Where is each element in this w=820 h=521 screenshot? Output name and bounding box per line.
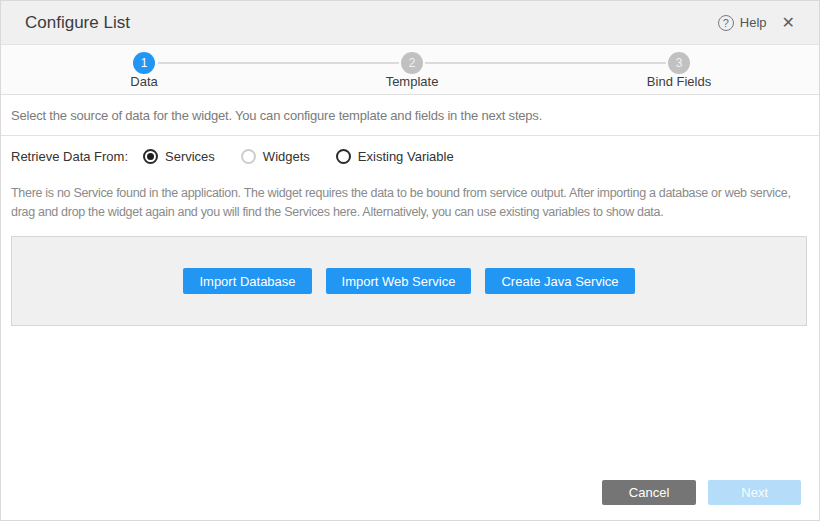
no-service-message: There is no Service found in the applica… bbox=[1, 176, 819, 222]
dialog-footer: Cancel Next bbox=[602, 480, 801, 505]
step-1-circle[interactable]: 1 bbox=[133, 52, 155, 74]
step-2-circle[interactable]: 2 bbox=[401, 52, 423, 74]
retrieve-data-group: Retrieve Data From: Services Widgets Exi… bbox=[1, 136, 819, 176]
help-label[interactable]: Help bbox=[740, 15, 767, 30]
help-button[interactable]: ? Help bbox=[718, 15, 767, 31]
import-web-service-button[interactable]: Import Web Service bbox=[326, 268, 472, 294]
retrieve-data-label: Retrieve Data From: bbox=[11, 149, 143, 164]
configure-list-dialog: Configure List ? Help ✕ 1 Data 2 Templat… bbox=[0, 0, 820, 521]
intro-text: Select the source of data for the widget… bbox=[1, 95, 819, 136]
close-icon[interactable]: ✕ bbox=[780, 13, 797, 32]
step-connector-1 bbox=[158, 62, 399, 64]
dialog-title: Configure List bbox=[25, 13, 130, 33]
wizard-steps: 1 Data 2 Template 3 Bind Fields bbox=[1, 45, 819, 95]
radio-option-widgets[interactable]: Widgets bbox=[241, 149, 310, 164]
import-database-button[interactable]: Import Database bbox=[183, 268, 311, 294]
create-java-service-button[interactable]: Create Java Service bbox=[485, 268, 634, 294]
step-2-label: Template bbox=[342, 74, 482, 89]
dialog-titlebar: Configure List ? Help ✕ bbox=[1, 1, 819, 45]
service-actions-panel: Import Database Import Web Service Creat… bbox=[11, 236, 807, 326]
radio-existing-variable-icon[interactable] bbox=[336, 149, 351, 164]
radio-services-icon[interactable] bbox=[143, 149, 158, 164]
radio-option-existing-variable[interactable]: Existing Variable bbox=[336, 149, 454, 164]
step-1-label: Data bbox=[74, 74, 214, 89]
titlebar-actions: ? Help ✕ bbox=[718, 13, 797, 32]
step-3-label: Bind Fields bbox=[609, 74, 749, 89]
cancel-button[interactable]: Cancel bbox=[602, 480, 696, 505]
radio-widgets-icon[interactable] bbox=[241, 149, 256, 164]
radio-widgets-label[interactable]: Widgets bbox=[263, 149, 310, 164]
help-icon[interactable]: ? bbox=[718, 15, 734, 31]
next-button[interactable]: Next bbox=[708, 480, 801, 505]
step-3-circle[interactable]: 3 bbox=[668, 52, 690, 74]
radio-existing-variable-label[interactable]: Existing Variable bbox=[358, 149, 454, 164]
step-connector-2 bbox=[425, 62, 666, 64]
radio-services-label[interactable]: Services bbox=[165, 149, 215, 164]
radio-option-services[interactable]: Services bbox=[143, 149, 215, 164]
